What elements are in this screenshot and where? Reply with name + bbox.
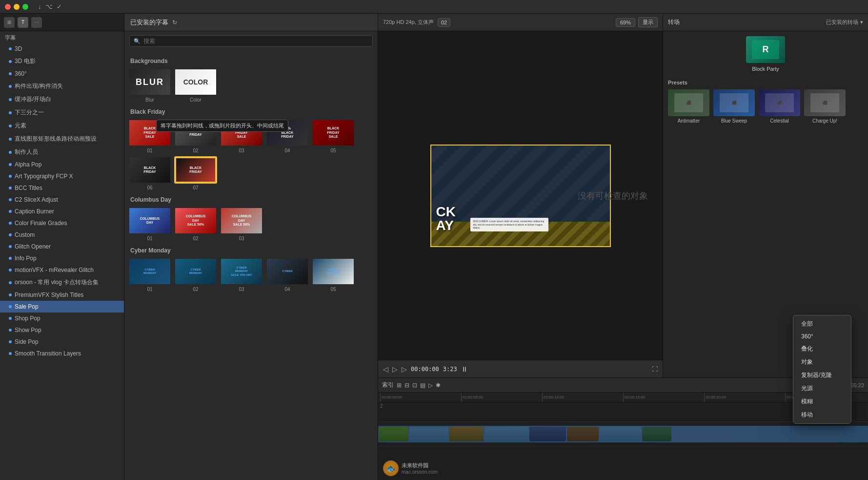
- transport-icon-2[interactable]: ▷: [392, 365, 398, 373]
- sidebar-tab-media[interactable]: ⊞: [4, 17, 15, 28]
- dropdown-item-360[interactable]: 360°: [793, 331, 851, 342]
- download-icon[interactable]: ↓: [38, 3, 41, 10]
- transport-icon-3[interactable]: ▷: [402, 365, 407, 373]
- sidebar-item-side-pop[interactable]: Side Pop: [0, 336, 124, 348]
- sidebar-item-3d-movie[interactable]: 3D 电影: [0, 55, 124, 68]
- color-thumbnail[interactable]: COLOR: [174, 68, 217, 96]
- preset-celestial-thumb[interactable]: ⬛: [759, 89, 800, 116]
- preset-antimatter[interactable]: ⬛ Antimatter: [668, 89, 709, 124]
- preset-bluesweep-thumb[interactable]: ⬛: [713, 89, 755, 116]
- search-bar[interactable]: 🔍: [129, 35, 373, 47]
- cm-01-thumb[interactable]: CYBERMONDAY: [128, 258, 171, 285]
- cm-03-thumb[interactable]: CYBERMONDAYSALE 70% OFF: [220, 258, 263, 285]
- timeline-tool-6[interactable]: ✱: [436, 382, 441, 389]
- dropdown-item-replicator[interactable]: 复制器/克隆: [793, 369, 851, 382]
- thumb-color[interactable]: COLOR Color: [174, 68, 217, 103]
- dropdown-item-all[interactable]: 全部: [793, 317, 851, 331]
- sidebar-item-premiumvfx[interactable]: PremiumVFX Stylish Titles: [0, 289, 124, 301]
- display-select[interactable]: 显示: [638, 17, 658, 27]
- cm-04[interactable]: CYBER 04: [266, 258, 309, 292]
- blur-thumbnail[interactable]: BLUR: [128, 68, 171, 96]
- zoom-select[interactable]: 69%: [616, 18, 635, 27]
- sidebar-item-smooth-transition[interactable]: Smooth Transition Layers: [0, 348, 124, 359]
- cd-03-thumb[interactable]: COLUMBUSDAYSALE 50%: [220, 207, 263, 234]
- dropdown-item-move[interactable]: 移动: [793, 408, 851, 421]
- timeline-tool-3[interactable]: ⊡: [412, 382, 417, 389]
- sidebar-item-caption-burner[interactable]: Caption Burner: [0, 206, 124, 217]
- video-track[interactable]: [378, 426, 868, 442]
- sidebar-dot: [9, 47, 12, 50]
- pause-icon[interactable]: ⏸: [461, 365, 468, 373]
- ruler-mark-2: 02:00:05:00: [461, 393, 542, 402]
- cd-02[interactable]: COLUMBUSDAYSALE 50% 02: [174, 207, 217, 241]
- cm-02-thumb[interactable]: CYBERMONDAY: [174, 258, 217, 285]
- cd-01-thumb[interactable]: COLUMBUSDAY: [128, 207, 171, 234]
- preset-celestial[interactable]: ⬛ Celestial: [759, 89, 800, 124]
- bf-07-thumb[interactable]: BLACKFRIDAY: [174, 156, 217, 184]
- block-party-thumbnail[interactable]: R: [746, 36, 785, 63]
- dropdown-item-blur[interactable]: 模糊: [793, 395, 851, 408]
- dropdown-item-dissolve[interactable]: 叠化: [793, 342, 851, 355]
- sidebar-tab-titles[interactable]: T: [18, 17, 28, 28]
- cm-05-thumb[interactable]: CYBERMONDAY: [312, 258, 355, 285]
- bf-05-thumb[interactable]: BLACKFRIDAYSALE: [312, 119, 355, 146]
- preset-bluesweep[interactable]: ⬛ Blue Sweep: [713, 89, 755, 124]
- sidebar-item-show-pop[interactable]: Show Pop: [0, 324, 124, 336]
- cd-01[interactable]: COLUMBUSDAY 01: [128, 207, 171, 241]
- bf-06[interactable]: BLACKFRIDAY 06: [128, 156, 171, 190]
- bf-05[interactable]: BLACKFRIDAYSALE 05: [312, 119, 355, 153]
- sidebar-item-buffer[interactable]: 缓冲器/开场白: [0, 93, 124, 106]
- sidebar-item-elements[interactable]: 元素: [0, 119, 124, 132]
- cm-04-thumb[interactable]: CYBER: [266, 258, 309, 285]
- timeline-tool-1[interactable]: ⊞: [397, 382, 402, 389]
- fullscreen-button[interactable]: [22, 4, 28, 10]
- preview-quality: 720p HD 24p, 立体声: [383, 19, 434, 26]
- fullscreen-icon[interactable]: ⛶: [652, 366, 658, 373]
- refresh-icon[interactable]: ↻: [172, 19, 177, 26]
- sidebar-item-sale-pop[interactable]: Sale Pop: [0, 301, 124, 313]
- timeline-tool-4[interactable]: ▤: [420, 382, 425, 389]
- search-input[interactable]: [143, 38, 368, 44]
- presets-section: Presets ⬛ Antimatter ⬛: [668, 80, 863, 124]
- dropdown-item-object[interactable]: 对象: [793, 355, 851, 369]
- sidebar-item-lower-third[interactable]: 下三分之一: [0, 106, 124, 119]
- cm-05[interactable]: CYBERMONDAY 05: [312, 258, 355, 292]
- sidebar-item-component[interactable]: 构件出现/构件消失: [0, 80, 124, 93]
- sidebar-item-color-finale[interactable]: Color Finale Grades: [0, 217, 124, 229]
- sidebar-item-3d[interactable]: 3D: [0, 43, 124, 55]
- cm-02[interactable]: CYBERMONDAY 02: [174, 258, 217, 292]
- sidebar-item-orsoon[interactable]: orsoon - 常用 vlog 卡点转场合集: [0, 276, 124, 289]
- bf-07[interactable]: BLACKFRIDAY 07: [174, 156, 217, 190]
- sidebar-tab-transitions[interactable]: ⋯: [31, 17, 42, 28]
- sidebar-item-glitch-opener[interactable]: Glitch Opener: [0, 241, 124, 252]
- preset-chargeup-thumb[interactable]: ⬛: [804, 89, 846, 116]
- sidebar-item-credits[interactable]: 制作人员: [0, 146, 124, 159]
- bf-06-thumb[interactable]: BLACKFRIDAY: [128, 156, 171, 184]
- sidebar-item-alpha-pop[interactable]: Alpha Pop: [0, 159, 124, 170]
- content-scroll[interactable]: Backgrounds BLUR Blur COLOR: [124, 51, 378, 480]
- cd-02-thumb[interactable]: COLUMBUSDAYSALE 50%: [174, 207, 217, 234]
- sidebar-item-custom[interactable]: Custom: [0, 229, 124, 241]
- sidebar-item-c2-slice[interactable]: C2 SliceX Adjust: [0, 194, 124, 206]
- sidebar-item-motionvfx[interactable]: motionVFX - mRevealer Glitch: [0, 264, 124, 276]
- chevron-down-icon[interactable]: ▾: [860, 19, 863, 25]
- timeline-tool-5[interactable]: ▷: [428, 382, 433, 389]
- transport-icon-1[interactable]: ◁: [383, 365, 388, 373]
- cm-01[interactable]: CYBERMONDAY 01: [128, 258, 171, 292]
- sidebar-item-360[interactable]: 360°: [0, 68, 124, 80]
- preset-antimatter-thumb[interactable]: ⬛: [668, 89, 709, 116]
- thumb-blur[interactable]: BLUR Blur: [128, 68, 171, 103]
- sidebar-item-info-pop[interactable]: Info Pop: [0, 252, 124, 264]
- sidebar-item-line-shapes[interactable]: 直线图形矩形线条路径动画预设: [0, 132, 124, 146]
- cm-03[interactable]: CYBERMONDAYSALE 70% OFF 03: [220, 258, 263, 292]
- cd-03[interactable]: COLUMBUSDAYSALE 50% 03: [220, 207, 263, 241]
- sidebar-item-shop-pop[interactable]: Shop Pop: [0, 313, 124, 324]
- timeline-tool-2[interactable]: ⊟: [404, 382, 409, 389]
- sidebar-item-art-typography[interactable]: Art Typography FCP X: [0, 170, 124, 182]
- preset-chargeup[interactable]: ⬛ Charge Up!: [804, 89, 846, 124]
- sidebar-item-bcc-titles[interactable]: BCC Titles: [0, 182, 124, 194]
- close-button[interactable]: [5, 4, 11, 10]
- minimize-button[interactable]: [14, 4, 20, 10]
- sidebar-scroll[interactable]: 3D 3D 电影 360° 构件出现/构件消失 缓冲器/开场白 下三分之一 元素…: [0, 43, 124, 480]
- dropdown-item-light[interactable]: 光源: [793, 382, 851, 395]
